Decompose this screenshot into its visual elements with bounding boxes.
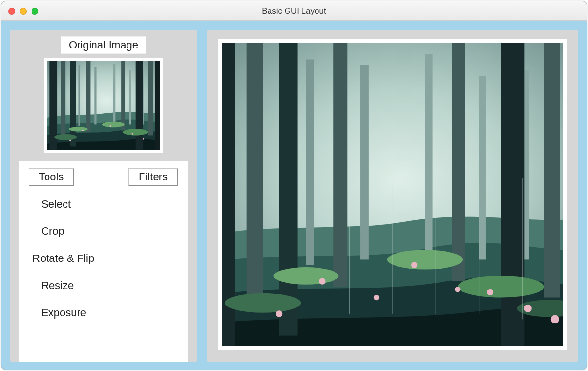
tool-crop[interactable]: Crop — [32, 225, 64, 238]
main-image-frame — [218, 39, 567, 350]
svg-point-43 — [411, 262, 417, 268]
thumbnail-image — [47, 61, 160, 150]
svg-rect-35 — [501, 43, 524, 346]
svg-point-37 — [273, 267, 338, 285]
svg-rect-12 — [135, 61, 142, 150]
svg-rect-4 — [78, 65, 80, 126]
svg-rect-2 — [113, 64, 115, 125]
tool-resize[interactable]: Resize — [32, 279, 74, 292]
svg-rect-13 — [155, 61, 160, 150]
svg-rect-26 — [479, 76, 486, 259]
svg-point-40 — [225, 293, 301, 313]
svg-point-17 — [54, 134, 77, 140]
titlebar: Basic GUI Layout — [1, 1, 587, 21]
svg-rect-29 — [247, 43, 263, 298]
svg-point-22 — [69, 140, 71, 141]
tab-row: Tools Filters — [27, 168, 180, 186]
svg-rect-25 — [425, 54, 433, 259]
tool-rotate-flip[interactable]: Rotate & Flip — [32, 252, 94, 265]
svg-rect-24 — [360, 65, 369, 260]
svg-point-19 — [109, 125, 111, 127]
sidebar: Original Image — [10, 30, 197, 362]
svg-rect-34 — [279, 43, 298, 336]
zoom-icon[interactable] — [32, 8, 38, 15]
svg-point-18 — [82, 130, 83, 131]
svg-point-42 — [319, 278, 325, 284]
tab-filters[interactable]: Filters — [128, 168, 178, 186]
svg-point-16 — [123, 129, 148, 135]
app-window: Basic GUI Layout Original Image — [1, 1, 587, 370]
close-icon[interactable] — [8, 8, 15, 15]
original-image-label: Original Image — [61, 36, 146, 54]
content-area: Original Image — [1, 21, 587, 370]
svg-rect-11 — [70, 61, 76, 146]
svg-point-45 — [524, 305, 532, 312]
svg-point-46 — [276, 310, 282, 317]
tool-exposure[interactable]: Exposure — [32, 306, 86, 319]
svg-point-15 — [102, 122, 124, 128]
svg-point-49 — [551, 315, 559, 323]
svg-rect-27 — [306, 59, 314, 265]
svg-point-39 — [458, 276, 544, 298]
svg-rect-30 — [333, 43, 347, 287]
svg-rect-8 — [121, 61, 125, 131]
svg-rect-3 — [129, 70, 131, 125]
tool-list: Select Crop Rotate & Flip Resize Exposur… — [27, 195, 180, 319]
svg-rect-1 — [94, 67, 96, 124]
tool-panel: Tools Filters Select Crop Rotate & Flip … — [19, 161, 188, 362]
svg-point-21 — [143, 138, 144, 139]
svg-rect-6 — [61, 61, 65, 135]
tab-tools[interactable]: Tools — [29, 168, 74, 186]
thumbnail-frame — [44, 58, 163, 153]
minimize-icon[interactable] — [20, 8, 27, 15]
main-panel — [207, 30, 578, 362]
main-image — [222, 43, 563, 346]
svg-rect-32 — [544, 43, 560, 298]
window-controls — [1, 8, 38, 15]
svg-point-48 — [374, 295, 379, 300]
svg-point-14 — [68, 127, 87, 132]
svg-point-38 — [387, 250, 463, 269]
svg-rect-9 — [148, 61, 153, 135]
svg-point-47 — [455, 287, 460, 292]
svg-point-44 — [487, 289, 493, 295]
tool-select[interactable]: Select — [32, 198, 71, 210]
svg-rect-7 — [86, 61, 90, 132]
window-title: Basic GUI Layout — [1, 6, 587, 16]
svg-rect-31 — [452, 43, 465, 281]
svg-point-20 — [131, 133, 133, 135]
